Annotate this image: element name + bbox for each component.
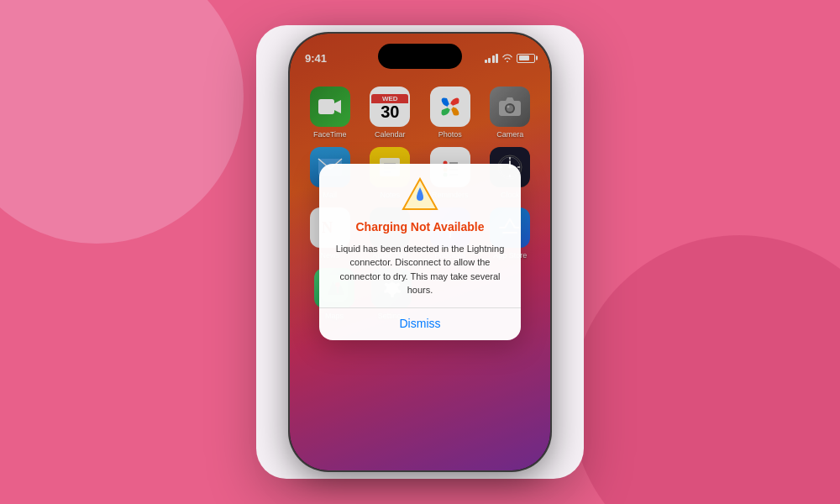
alert-overlay: Charging Not Available Liquid has been d…	[290, 34, 550, 470]
dismiss-button[interactable]: Dismiss	[334, 308, 506, 335]
phone: 9:41	[290, 34, 550, 470]
alert-message: Liquid has been detected in the Lightnin…	[334, 242, 506, 297]
bg-blob-left	[0, 0, 244, 244]
alert-warning-icon	[402, 177, 438, 211]
card-wrapper: 9:41	[256, 25, 584, 479]
bg-blob-right	[571, 235, 840, 504]
alert-box: Charging Not Available Liquid has been d…	[319, 164, 521, 339]
alert-title: Charging Not Available	[334, 219, 506, 234]
phone-screen: 9:41	[290, 34, 550, 470]
alert-icon-wrapper	[334, 177, 506, 214]
